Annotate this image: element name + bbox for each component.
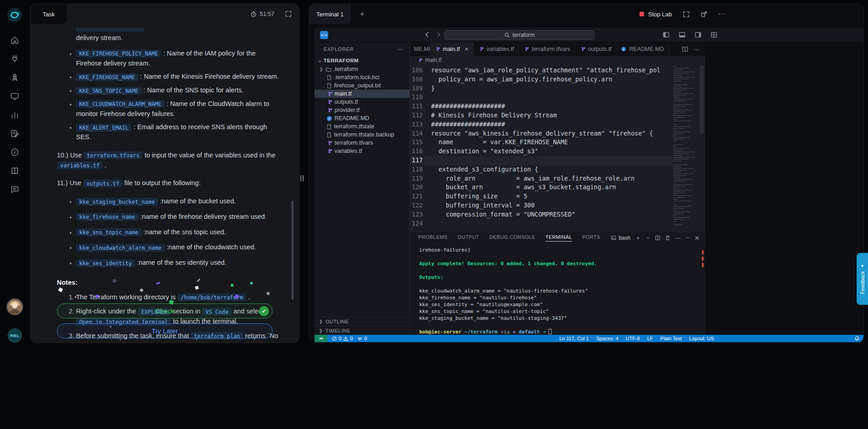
file-row[interactable]: provider.tf	[315, 106, 410, 114]
task-scrollbar-thumb[interactable]	[291, 201, 294, 300]
toggle-sidebar-icon[interactable]	[663, 31, 670, 38]
vscode-window: </> terraform	[315, 28, 864, 342]
panel-resize-handle[interactable]	[300, 175, 304, 182]
customize-layout-icon[interactable]	[711, 31, 717, 38]
problems-status[interactable]: 0 0	[332, 336, 353, 341]
kill-terminal-icon[interactable]	[665, 235, 670, 241]
file-row[interactable]: terraform.tfstate.backup	[315, 131, 410, 139]
vscode-logo-icon[interactable]: </>	[320, 31, 328, 39]
open-new-window-icon[interactable]	[700, 11, 707, 18]
explorer-sidebar: EXPLORER ⋯ ⌄ TERRAFORM ❯.terraform .terr…	[315, 42, 410, 335]
expand-task-icon[interactable]	[285, 10, 292, 17]
search-value: terraform	[513, 32, 535, 38]
code-editor[interactable]: 106resource "aws_iam_role_policy_attachm…	[410, 64, 705, 232]
tab-main-tf[interactable]: main.tf✕	[430, 42, 474, 56]
fullscreen-icon[interactable]	[683, 11, 690, 18]
tab-terminal-1[interactable]: Terminal 1	[309, 4, 351, 24]
user-avatar[interactable]	[6, 298, 23, 315]
check-button[interactable]: Check ✓	[57, 303, 273, 318]
cursor-position[interactable]: Ln 117, Col 1	[559, 336, 589, 341]
remote-indicator[interactable]: ><	[315, 335, 327, 342]
terraform-file-icon	[580, 46, 585, 52]
terminal-line: Outputs:	[419, 274, 705, 281]
try-later-button[interactable]: Try Later	[57, 323, 273, 338]
command-center-search[interactable]: terraform	[444, 30, 594, 40]
code-chip: outputs.tf	[83, 180, 122, 187]
stop-icon	[640, 12, 644, 16]
editor-more-icon[interactable]: ⋯	[694, 46, 700, 53]
code-line: 123 compression_format = "UNCOMPRESSED"	[410, 210, 673, 219]
kodekloud-logo-icon[interactable]	[7, 7, 22, 23]
code-chip: kke_cloudwatch_alarm_name	[76, 244, 165, 252]
panel-more-icon[interactable]: ⋯	[675, 235, 681, 242]
org-badge[interactable]: RBL	[8, 328, 22, 343]
tab-output[interactable]: OUTPUT	[457, 234, 479, 242]
file-row[interactable]: README.MD	[315, 114, 410, 122]
add-terminal-tab-icon[interactable]: +	[360, 10, 364, 18]
back-icon[interactable]	[424, 31, 430, 38]
file-row[interactable]: terraform.tfstate	[315, 122, 410, 131]
chat-icon[interactable]	[9, 184, 20, 195]
terraform-file-icon	[326, 107, 332, 113]
code-chip: KKE_SNS_TOPIC_NAME	[76, 87, 142, 95]
file-row[interactable]: .terraform.lock.hcl	[315, 73, 410, 81]
code-line: 109}	[410, 84, 673, 93]
feedback-button[interactable]: ✦ Feedback	[857, 253, 868, 305]
encoding[interactable]: UTF-8	[626, 336, 640, 341]
explorer-root-folder[interactable]: ⌄ TERRAFORM	[315, 56, 410, 65]
rocket-icon[interactable]	[9, 72, 20, 83]
file-row[interactable]: outputs.tf	[315, 98, 410, 106]
stop-lab-button[interactable]: Stop Lab	[640, 11, 672, 18]
tab-terraform-tfvars[interactable]: terraform.tfvars	[519, 42, 575, 56]
split-terminal-icon[interactable]	[655, 235, 660, 241]
info-icon[interactable]	[9, 146, 20, 157]
home-icon[interactable]	[9, 35, 20, 45]
toggle-secondary-sidebar-icon[interactable]	[695, 31, 701, 38]
new-terminal-icon[interactable]: ＋	[635, 234, 641, 242]
breadcrumb[interactable]: main.tf	[410, 56, 705, 64]
split-editor-icon[interactable]	[682, 46, 688, 52]
file-row[interactable]: terraform.tfvars	[315, 139, 410, 147]
indentation[interactable]: Spaces: 4	[596, 336, 619, 341]
tab-problems[interactable]: PROBLEMS	[418, 234, 447, 242]
explorer-more-icon[interactable]: ⋯	[397, 46, 403, 53]
connections-icon[interactable]	[9, 53, 20, 64]
tab-task[interactable]: Task	[30, 4, 67, 24]
close-panel-icon[interactable]: ✕	[695, 235, 700, 242]
maximize-panel-icon[interactable]	[685, 236, 690, 240]
close-tab-icon[interactable]: ✕	[465, 46, 469, 52]
tab-readme-md[interactable]: README.MD	[616, 42, 669, 56]
ports-status[interactable]: 0	[357, 336, 367, 341]
more-options-icon[interactable]: ⋯	[718, 10, 725, 18]
levels-icon[interactable]	[9, 109, 20, 120]
library-icon[interactable]	[9, 165, 20, 176]
tab-terminal[interactable]: TERMINAL	[545, 234, 572, 242]
tab-readme-partial[interactable]: ME.MD	[410, 42, 430, 56]
screen-icon[interactable]	[9, 91, 20, 101]
notebook-icon[interactable]	[9, 128, 20, 139]
timeline-section[interactable]: ❯TIMELINE	[315, 326, 410, 335]
outline-section[interactable]: ❯OUTLINE	[315, 317, 410, 326]
language-mode[interactable]: Plain Text	[660, 336, 682, 341]
terminal-dropdown-icon[interactable]	[646, 236, 650, 240]
code-chip: variables.tf	[57, 162, 103, 169]
step-10: 10.) Use terraform.tfvars to input the v…	[57, 151, 281, 171]
toggle-panel-icon[interactable]	[679, 31, 685, 38]
file-row[interactable]: firehose_output.txt	[315, 81, 410, 90]
file-row-folder[interactable]: ❯.terraform	[315, 65, 410, 73]
file-row-selected[interactable]: main.tf	[315, 90, 410, 98]
file-row[interactable]: variables.tf	[315, 147, 410, 155]
check-button-label: Check	[155, 308, 174, 315]
tab-ports[interactable]: PORTS	[582, 234, 600, 242]
forward-icon[interactable]	[436, 31, 442, 38]
tab-outputs-tf[interactable]: outputs.tf	[575, 42, 616, 56]
eol[interactable]: LF	[647, 336, 653, 341]
keyboard-layout[interactable]: Layout: US	[689, 336, 714, 341]
shell-selector[interactable]: bash	[611, 235, 630, 241]
tab-variables-tf[interactable]: variables.tf	[474, 42, 519, 56]
notifications-bell-icon[interactable]	[854, 336, 860, 341]
minimap[interactable]	[673, 66, 698, 230]
note-item: The Terraform working directory is /home…	[76, 293, 281, 303]
tab-debug-console[interactable]: DEBUG CONSOLE	[489, 234, 535, 242]
editor-scrollbar[interactable]	[699, 64, 705, 232]
